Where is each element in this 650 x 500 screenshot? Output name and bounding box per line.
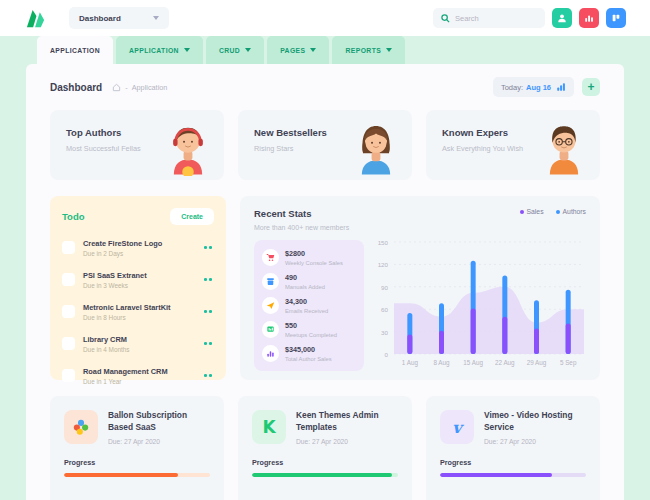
progress-label: Progress xyxy=(64,458,210,467)
stat-value: 550 xyxy=(285,321,337,330)
layout-button[interactable] xyxy=(606,8,626,28)
home-icon[interactable] xyxy=(112,83,121,92)
search-icon xyxy=(441,14,450,23)
stat-label: Meetups Completed xyxy=(285,332,337,338)
chevron-down-icon xyxy=(386,48,392,52)
recent-stats-chart[interactable]: 1 Aug8 Aug15 Aug22 Aug29 Aug5 Sep xyxy=(394,242,584,354)
stat-value: 490 xyxy=(285,273,325,282)
progress-bar xyxy=(440,473,586,477)
todo-checkbox[interactable] xyxy=(62,273,75,286)
sales-legend-dot xyxy=(520,210,524,214)
today-chart-icon xyxy=(556,82,566,92)
stats-button[interactable] xyxy=(579,8,599,28)
send-icon xyxy=(262,297,279,314)
dashboard-menu-select[interactable]: Dashboard xyxy=(69,7,169,29)
boy-glasses-avatar xyxy=(541,120,587,180)
todo-item: Library CRM Due in 4 Months xyxy=(62,335,214,354)
stat-item: 550 Meetups Completed xyxy=(262,321,356,338)
todo-item: Road Management CRM Due in 1 Year xyxy=(62,367,214,386)
progress-bar xyxy=(64,473,210,477)
search-box xyxy=(433,8,545,28)
breadcrumb: Dashboard - Application Today: Aug 16 xyxy=(26,64,624,98)
clover-icon xyxy=(64,410,98,444)
breadcrumb-separator: - xyxy=(125,83,127,92)
tab-crud[interactable]: CRUD xyxy=(206,36,264,64)
todo-item-options[interactable] xyxy=(202,276,214,283)
todo-item-options[interactable] xyxy=(202,308,214,315)
board-icon xyxy=(262,321,279,338)
app-logo[interactable] xyxy=(24,7,47,30)
project-title: Keen Themes Admin Templates xyxy=(296,410,398,434)
today-date: Aug 16 xyxy=(526,83,551,92)
progress-fill xyxy=(252,473,392,477)
todo-item: PSI SaaS Extranet Due in 3 Weeks xyxy=(62,271,214,290)
legend-label: Authors xyxy=(563,208,586,215)
project-due: Due: 27 Apr 2020 xyxy=(108,438,210,445)
tab-label: REPORTS xyxy=(345,47,381,54)
todo-item-title: PSI SaaS Extranet xyxy=(83,271,202,280)
card-top-authors[interactable]: Top Authors Most Successful Fellas xyxy=(50,110,224,180)
authors-legend-dot xyxy=(556,210,560,214)
tab-application-dropdown[interactable]: APPLICATION xyxy=(116,36,203,64)
chart-y-axis: 0306090120150 xyxy=(372,242,388,354)
recent-stats-title: Recent Stats xyxy=(254,208,349,219)
tab-label: PAGES xyxy=(280,47,305,54)
plus-icon: + xyxy=(587,81,594,93)
recent-stats-subtitle: More than 400+ new members xyxy=(254,224,349,231)
legend-authors[interactable]: Authors xyxy=(556,208,586,215)
todo-title: Todo xyxy=(62,211,85,222)
tab-label: CRUD xyxy=(219,47,240,54)
legend-label: Sales xyxy=(527,208,544,215)
tab-pages[interactable]: PAGES xyxy=(267,36,329,64)
stat-label: Weekly Console Sales xyxy=(285,260,343,266)
todo-item-title: Create FireStone Logo xyxy=(83,239,202,248)
todo-card: Todo Create Create FireStone Logo Due in… xyxy=(50,196,226,380)
stat-item: 34,300 Emails Received xyxy=(262,297,356,314)
girl-avatar xyxy=(353,120,399,180)
todo-item-title: Road Management CRM xyxy=(83,367,202,376)
stat-item: $2800 Weekly Console Sales xyxy=(262,249,356,266)
stat-value: 34,300 xyxy=(285,297,328,306)
main-tabs: APPLICATION APPLICATION CRUD PAGES REPOR… xyxy=(0,36,650,64)
content-panel: Dashboard - Application Today: Aug 16 xyxy=(26,64,624,500)
user-button[interactable] xyxy=(552,8,572,28)
chevron-down-icon xyxy=(245,48,251,52)
todo-checkbox[interactable] xyxy=(62,241,75,254)
page-title: Dashboard xyxy=(50,82,102,93)
todo-item-due: Due in 1 Year xyxy=(83,378,202,385)
legend-sales[interactable]: Sales xyxy=(520,208,544,215)
info-cards-row: Top Authors Most Successful Fellas xyxy=(26,98,624,180)
progress-bar xyxy=(252,473,398,477)
project-due: Due: 27 Apr 2020 xyxy=(484,438,586,445)
topbar: Dashboard xyxy=(0,0,650,36)
progress-fill xyxy=(440,473,552,477)
chevron-down-icon xyxy=(184,48,190,52)
middle-row: Todo Create Create FireStone Logo Due in… xyxy=(26,180,624,380)
card-known-expers[interactable]: Known Expers Ask Everything You Wish xyxy=(426,110,600,180)
todo-checkbox[interactable] xyxy=(62,305,75,318)
todo-item-options[interactable] xyxy=(202,244,214,251)
todo-checkbox[interactable] xyxy=(62,369,75,382)
project-card-keen[interactable]: K Keen Themes Admin Templates Due: 27 Ap… xyxy=(238,396,412,500)
tab-reports[interactable]: REPORTS xyxy=(332,36,405,64)
card-new-bestsellers[interactable]: New Bestsellers Rising Stars xyxy=(238,110,412,180)
breadcrumb-item[interactable]: Application xyxy=(132,83,168,92)
vimeo-icon: v xyxy=(440,410,474,444)
todo-item: Create FireStone Logo Due in 2 Days xyxy=(62,239,214,258)
todo-checkbox[interactable] xyxy=(62,337,75,350)
project-card-ballon[interactable]: Ballon Subscription Based SaaS Due: 27 A… xyxy=(50,396,224,500)
dashboard-page: Dashboard xyxy=(0,0,650,500)
project-card-vimeo[interactable]: v Vimeo - Video Hosting Service Due: 27 … xyxy=(426,396,600,500)
todo-item-due: Due in 8 Hours xyxy=(83,314,202,321)
keen-k-icon: K xyxy=(252,410,286,444)
search-input[interactable] xyxy=(455,14,537,23)
create-button[interactable]: Create xyxy=(170,208,214,225)
progress-fill xyxy=(64,473,178,477)
tab-application-active[interactable]: APPLICATION xyxy=(37,36,113,64)
stats-summary-panel: $2800 Weekly Console Sales xyxy=(254,240,364,371)
today-date-chip[interactable]: Today: Aug 16 xyxy=(493,77,574,97)
user-icon xyxy=(557,13,567,23)
todo-item-options[interactable] xyxy=(202,372,214,379)
add-button[interactable]: + xyxy=(582,78,600,96)
todo-item-options[interactable] xyxy=(202,340,214,347)
